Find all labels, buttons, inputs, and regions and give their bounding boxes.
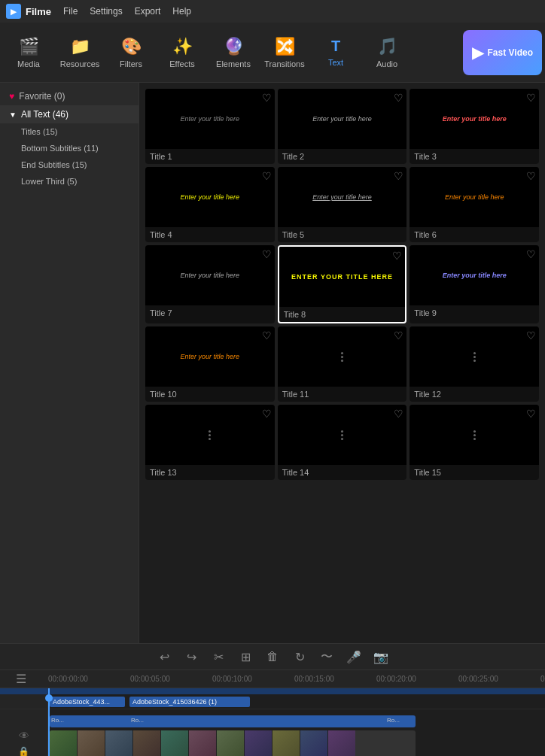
tile-preview-2: ♡ Enter your title here (278, 89, 407, 149)
sidebar-all-text-label: All Text (46) (21, 109, 69, 120)
sidebar-titles-label: Titles (15) (21, 127, 58, 136)
toolbar-elements[interactable]: 🔮 Elements (208, 24, 259, 81)
crop-button[interactable]: ⊞ (235, 646, 256, 667)
tile-preview-text-8: Enter your title here (288, 270, 396, 284)
thumb-4 (133, 730, 160, 756)
tile-label-10: Title 10 (145, 387, 275, 402)
text-tile-1[interactable]: ♡ Enter your title here Title 1 (145, 89, 275, 164)
tile-preview-text-1: Enter your title here (178, 112, 243, 126)
text-tile-3[interactable]: ♡ Enter your title here Title 3 (410, 89, 539, 164)
curve-button[interactable]: 〜 (316, 646, 337, 667)
tile-heart-3[interactable]: ♡ (526, 92, 536, 104)
tile-heart-1[interactable]: ♡ (262, 92, 272, 104)
ruler-label-1: 00:00:05:00 (130, 675, 212, 683)
text-tile-12[interactable]: ♡ Title 12 (410, 326, 539, 402)
fast-video-button[interactable]: ▶ Fast Video (463, 30, 542, 75)
sidebar-item-end-subtitles[interactable]: End Subtitles (15) (0, 156, 139, 173)
fast-video-label: Fast Video (488, 47, 533, 58)
toolbar-resources[interactable]: 📁 Resources (54, 24, 105, 81)
sidebar-item-lower-third[interactable]: Lower Third (5) (0, 173, 139, 190)
camera-button[interactable]: 📷 (370, 646, 391, 667)
lock-icon-1[interactable]: 🔒 (18, 746, 29, 757)
toolbar-transitions[interactable]: 🔀 Transitions (259, 24, 310, 81)
delete-button[interactable]: 🗑 (262, 646, 283, 667)
heart-icon: ♥ (9, 91, 14, 102)
thumb-11 (328, 730, 355, 756)
tile-heart-14[interactable]: ♡ (394, 408, 403, 420)
tile-label-5: Title 5 (278, 227, 407, 242)
menu-settings[interactable]: Settings (90, 6, 122, 17)
tile-preview-text-9: Enter your title here (440, 269, 510, 282)
toolbar-effects[interactable]: ✨ Effects (157, 24, 208, 81)
resources-icon: 📁 (70, 37, 90, 56)
logo-icon: ▶ (6, 4, 21, 19)
tile-heart-9[interactable]: ♡ (526, 248, 536, 260)
tile-heart-5[interactable]: ♡ (394, 170, 403, 182)
tile-heart-2[interactable]: ♡ (394, 92, 403, 104)
menu-file[interactable]: File (63, 6, 78, 17)
text-tile-13[interactable]: ♡ Title 13 (145, 405, 275, 480)
tile-heart-7[interactable]: ♡ (262, 248, 272, 260)
sidebar-item-all-text[interactable]: ▼ All Text (46) (0, 105, 139, 123)
text-tile-14[interactable]: ♡ Title 14 (278, 405, 407, 480)
text-tile-10[interactable]: ♡ Enter your title here Title 10 (145, 326, 275, 402)
sidebar-bottom-subtitles-label: Bottom Subtitles (11) (21, 144, 99, 153)
sidebar-item-titles[interactable]: Titles (15) (0, 123, 139, 140)
record-button[interactable]: 🎤 (343, 646, 364, 667)
tile-label-9: Title 9 (410, 305, 539, 320)
tile-heart-10[interactable]: ♡ (262, 329, 272, 342)
main-content: ♥ Favorite (0) ▼ All Text (46) Titles (1… (0, 83, 545, 643)
toolbar-transitions-label: Transitions (264, 59, 304, 68)
text-tile-15[interactable]: ♡ Title 15 (410, 405, 539, 480)
text-tile-8[interactable]: ♡ Enter your title here Title 8 (278, 245, 407, 323)
text-tile-2[interactable]: ♡ Enter your title here Title 2 (278, 89, 407, 164)
video-track-area-1[interactable]: Ro... Ro... Ro... (48, 709, 545, 756)
tile-heart-15[interactable]: ♡ (526, 408, 536, 420)
toolbar: 🎬 Media 📁 Resources 🎨 Filters ✨ Effects … (0, 23, 545, 83)
arrow-down-icon: ▼ (9, 111, 17, 119)
timeline-scrub-bar[interactable] (0, 688, 545, 694)
sidebar-item-favorite[interactable]: ♥ Favorite (0) (0, 87, 139, 105)
ruler-label-4: 00:00:20:00 (376, 675, 458, 683)
tile-heart-13[interactable]: ♡ (262, 408, 272, 420)
tile-heart-8[interactable]: ♡ (392, 250, 402, 262)
menu-help[interactable]: Help (172, 6, 191, 17)
toolbar-text[interactable]: T Text (310, 24, 361, 81)
text-tile-4[interactable]: ♡ Enter your title here Title 4 (145, 167, 275, 242)
text-tile-5[interactable]: ♡ Enter your title here Title 5 (278, 167, 407, 242)
text-tile-11[interactable]: ♡ Title 11 (278, 326, 407, 402)
thumb-7 (217, 730, 244, 756)
tile-heart-4[interactable]: ♡ (262, 170, 272, 182)
hamburger-icon[interactable]: ☰ (16, 672, 26, 686)
menu-export[interactable]: Export (135, 6, 161, 17)
playhead-cursor (48, 688, 50, 694)
tile-heart-6[interactable]: ♡ (526, 170, 536, 182)
tile-heart-12[interactable]: ♡ (526, 329, 536, 342)
toolbar-media[interactable]: 🎬 Media (3, 24, 54, 81)
tile-preview-dots-12 (473, 352, 476, 362)
tile-preview-text-6: Enter your title here (442, 190, 507, 204)
tile-preview-11: ♡ (278, 326, 407, 387)
tile-preview-text-3: Enter your title here (440, 112, 510, 126)
tile-preview-3: ♡ Enter your title here (410, 89, 539, 149)
tile-label-6: Title 6 (410, 227, 539, 242)
sidebar-favorite-label: Favorite (0) (19, 91, 65, 102)
text-tile-7[interactable]: ♡ Enter your title here Title 7 (145, 245, 275, 323)
sidebar-item-bottom-subtitles[interactable]: Bottom Subtitles (11) (0, 140, 139, 156)
eye-icon-1[interactable]: 👁 (19, 730, 29, 742)
clip-header-1: AdobeStock_443... (50, 697, 125, 707)
tile-heart-11[interactable]: ♡ (394, 329, 403, 342)
toolbar-filters[interactable]: 🎨 Filters (105, 24, 157, 81)
toolbar-audio[interactable]: 🎵 Audio (361, 24, 413, 81)
split-button[interactable]: ✂ (208, 646, 229, 667)
redo-button[interactable]: ↪ (181, 646, 202, 667)
text-tile-6[interactable]: ♡ Enter your title here Title 6 (410, 167, 539, 242)
tile-label-7: Title 7 (145, 305, 275, 320)
undo-button[interactable]: ↩ (154, 646, 175, 667)
text-tile-9[interactable]: ♡ Enter your title here Title 9 (410, 245, 539, 323)
media-icon: 🎬 (19, 37, 39, 56)
rotate-button[interactable]: ↻ (289, 646, 310, 667)
tile-preview-7: ♡ Enter your title here (145, 245, 275, 305)
tile-preview-1: ♡ Enter your title here (145, 89, 275, 149)
menu-items: File Settings Export Help (63, 6, 191, 17)
